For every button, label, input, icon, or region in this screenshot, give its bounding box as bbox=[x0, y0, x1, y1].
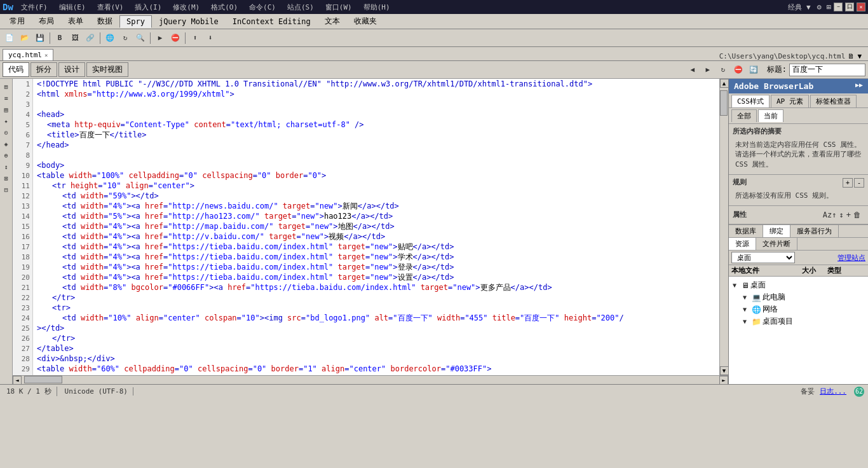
plus-icon[interactable]: + bbox=[846, 210, 851, 220]
all-tab[interactable]: 全部 bbox=[731, 109, 757, 122]
stop-button[interactable]: ⛔ bbox=[168, 31, 182, 45]
spry-tab-common[interactable]: 常用 bbox=[3, 14, 32, 29]
spry-tab-favorites[interactable]: 收藏夹 bbox=[347, 14, 384, 29]
maximize-button[interactable]: 口 bbox=[845, 3, 854, 11]
spry-tab-layout[interactable]: 布局 bbox=[32, 14, 61, 29]
left-icon-5[interactable]: ⊙ bbox=[1, 127, 11, 137]
split-view-button[interactable]: 拆分 bbox=[31, 62, 57, 77]
download-button[interactable]: ⬇ bbox=[203, 31, 217, 45]
menu-insert[interactable]: 插入(I) bbox=[131, 1, 165, 13]
left-icon-2[interactable]: ≡ bbox=[1, 93, 11, 103]
close-button[interactable]: × bbox=[857, 3, 865, 11]
snippets-tab[interactable]: 文件片断 bbox=[756, 238, 797, 250]
spry-tab-spry[interactable]: Spry bbox=[119, 15, 152, 28]
left-icon-7[interactable]: ⊕ bbox=[1, 150, 11, 160]
spry-tab-text[interactable]: 文本 bbox=[318, 14, 347, 29]
stop2-button[interactable]: ⛔ bbox=[731, 63, 745, 77]
site-dropdown[interactable]: 桌面 bbox=[731, 252, 795, 263]
menu-window[interactable]: 窗口(W) bbox=[322, 1, 356, 13]
left-icon-10[interactable]: ⊟ bbox=[1, 184, 11, 195]
tree-item-desktop-items[interactable]: ▼ 📁 桌面项目 bbox=[742, 315, 865, 327]
tree-item-desktop[interactable]: ▼ 🖥 桌面 bbox=[731, 279, 865, 291]
reload-button[interactable]: 🔄 bbox=[747, 63, 761, 77]
menu-command[interactable]: 命令(C) bbox=[245, 1, 280, 13]
binding-tab[interactable]: 绑定 bbox=[763, 225, 790, 237]
code-editor[interactable]: <!DOCTYPE html PUBLIC "-//W3C//DTD XHTML… bbox=[33, 79, 719, 375]
save-button[interactable]: 💾 bbox=[33, 31, 47, 45]
menu-file[interactable]: 文件(F) bbox=[17, 1, 51, 13]
menu-view[interactable]: 查看(V) bbox=[93, 1, 128, 13]
computer-icon: 💻 bbox=[752, 293, 761, 302]
tag-inspector-tab[interactable]: 标签检查器 bbox=[810, 95, 857, 107]
log-status[interactable]: 日志... bbox=[820, 387, 846, 396]
horizontal-scrollbar[interactable]: ◄ ► bbox=[13, 375, 728, 384]
desktop-items-expand-icon[interactable]: ▼ bbox=[743, 318, 750, 325]
browser-button[interactable]: 🌐 bbox=[103, 31, 117, 45]
menu-site[interactable]: 站点(S) bbox=[283, 1, 318, 13]
upload-button[interactable]: ⬆ bbox=[188, 31, 202, 45]
menu-format[interactable]: 格式(O) bbox=[207, 1, 241, 13]
spry-tab-data[interactable]: 数据 bbox=[90, 14, 119, 29]
scroll-up-button[interactable]: ▲ bbox=[720, 79, 729, 88]
left-icon-6[interactable]: ◈ bbox=[1, 139, 11, 149]
hscroll-track[interactable] bbox=[22, 376, 719, 384]
left-icon-4[interactable]: ✦ bbox=[1, 116, 11, 126]
desktop-expand-icon[interactable]: ▼ bbox=[733, 282, 740, 289]
scroll-track[interactable] bbox=[720, 88, 728, 366]
next-button[interactable]: ▶ bbox=[701, 63, 715, 77]
menu-edit[interactable]: 编辑(E) bbox=[55, 1, 90, 13]
spry-tab-jquery[interactable]: jQuery Mobile bbox=[152, 15, 226, 28]
database-tab[interactable]: 数据库 bbox=[729, 225, 763, 237]
scroll-down-button[interactable]: ▼ bbox=[720, 366, 729, 375]
refresh2-button[interactable]: ↻ bbox=[716, 63, 730, 77]
link-button[interactable]: 🔗 bbox=[83, 31, 97, 45]
network-expand-icon[interactable]: ▼ bbox=[743, 306, 750, 313]
tree-item-computer[interactable]: ▼ 💻 此电脑 bbox=[742, 291, 865, 303]
refresh-button[interactable]: ↻ bbox=[118, 31, 132, 45]
prev-button[interactable]: ◀ bbox=[686, 63, 700, 77]
spry-tab-form[interactable]: 表单 bbox=[61, 14, 90, 29]
code-view-button[interactable]: 代码 bbox=[3, 62, 29, 77]
az-icon[interactable]: Az↑ bbox=[822, 210, 837, 220]
minus-rule-button[interactable]: - bbox=[854, 178, 864, 188]
az-down-icon[interactable]: ↕ bbox=[839, 210, 844, 220]
file-tab-ycq[interactable]: ycq.html × bbox=[3, 49, 53, 60]
css-styles-tab[interactable]: CSS样式 bbox=[731, 95, 770, 107]
minimize-button[interactable]: － bbox=[834, 3, 843, 11]
debug-button[interactable]: ▶ bbox=[153, 31, 167, 45]
expand-icon[interactable]: ▼ bbox=[857, 52, 862, 60]
menu-modify[interactable]: 修改(M) bbox=[169, 1, 203, 13]
left-icon-9[interactable]: ⊠ bbox=[1, 173, 11, 183]
manage-sites-link[interactable]: 管理站点 bbox=[837, 253, 865, 263]
server-behavior-tab[interactable]: 服务器行为 bbox=[790, 225, 839, 237]
tab-close-icon[interactable]: × bbox=[44, 52, 48, 59]
hscroll-thumb[interactable] bbox=[24, 376, 62, 383]
scroll-left-button[interactable]: ◄ bbox=[13, 376, 22, 385]
scroll-thumb[interactable] bbox=[720, 90, 728, 116]
left-icon-8[interactable]: ↕ bbox=[1, 162, 11, 172]
bold-button[interactable]: B bbox=[53, 31, 67, 45]
resources-tab[interactable]: 资源 bbox=[729, 238, 756, 250]
current-tab[interactable]: 当前 bbox=[758, 109, 783, 122]
spry-tab-incontext[interactable]: InContext Editing bbox=[226, 15, 318, 28]
vertical-scrollbar[interactable]: ▲ ▼ bbox=[719, 79, 728, 375]
left-icon-3[interactable]: ▤ bbox=[1, 104, 11, 114]
scroll-right-button[interactable]: ► bbox=[719, 376, 728, 385]
open-button[interactable]: 📂 bbox=[18, 31, 32, 45]
realtime-view-button[interactable]: 实时视图 bbox=[86, 62, 128, 77]
new-button[interactable]: 📄 bbox=[3, 31, 17, 45]
find-button[interactable]: 🔍 bbox=[133, 31, 147, 45]
gear-icon[interactable]: ⚙ bbox=[817, 3, 822, 12]
left-icon-1[interactable]: ⊞ bbox=[1, 81, 11, 92]
grid-icon[interactable]: ⊞ bbox=[827, 3, 831, 12]
computer-expand-icon[interactable]: ▼ bbox=[743, 294, 750, 301]
title-input[interactable] bbox=[789, 64, 865, 76]
image-button[interactable]: 🖼 bbox=[68, 31, 82, 45]
design-view-button[interactable]: 设计 bbox=[58, 62, 85, 77]
menu-help[interactable]: 帮助(H) bbox=[360, 1, 394, 13]
trash-icon[interactable]: 🗑 bbox=[853, 210, 862, 220]
add-rule-button[interactable]: + bbox=[843, 178, 853, 188]
tree-item-network[interactable]: ▼ 🌐 网络 bbox=[742, 303, 865, 315]
ap-elements-tab[interactable]: AP 元素 bbox=[771, 95, 809, 107]
panel-collapse-icon[interactable]: ▶▶ bbox=[855, 81, 863, 88]
